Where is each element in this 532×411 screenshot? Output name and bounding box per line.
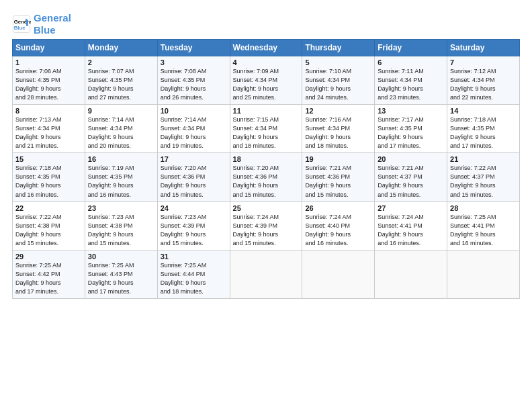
calendar-cell: 23Sunrise: 7:23 AM Sunset: 4:38 PM Dayli… bbox=[85, 201, 157, 250]
day-number: 2 bbox=[88, 58, 154, 66]
calendar-cell bbox=[375, 250, 447, 298]
day-info: Sunrise: 7:20 AM Sunset: 4:36 PM Dayligh… bbox=[233, 164, 300, 199]
day-of-week-header: Tuesday bbox=[157, 40, 230, 56]
calendar-cell: 11Sunrise: 7:15 AM Sunset: 4:34 PM Dayli… bbox=[230, 105, 302, 153]
calendar-cell: 17Sunrise: 7:20 AM Sunset: 4:36 PM Dayli… bbox=[157, 153, 230, 201]
days-header-row: SundayMondayTuesdayWednesdayThursdayFrid… bbox=[13, 40, 520, 56]
day-info: Sunrise: 7:20 AM Sunset: 4:36 PM Dayligh… bbox=[161, 164, 227, 199]
day-info: Sunrise: 7:22 AM Sunset: 4:37 PM Dayligh… bbox=[450, 164, 517, 199]
calendar-cell: 31Sunrise: 7:25 AM Sunset: 4:44 PM Dayli… bbox=[157, 250, 230, 298]
page-header: General Blue General Blue bbox=[12, 12, 520, 36]
day-number: 8 bbox=[15, 107, 82, 115]
calendar-week-row: 8Sunrise: 7:13 AM Sunset: 4:34 PM Daylig… bbox=[13, 105, 520, 153]
day-of-week-header: Sunday bbox=[13, 40, 85, 56]
day-info: Sunrise: 7:09 AM Sunset: 4:34 PM Dayligh… bbox=[233, 67, 300, 102]
calendar-cell: 16Sunrise: 7:19 AM Sunset: 4:35 PM Dayli… bbox=[85, 153, 157, 201]
calendar-cell: 19Sunrise: 7:21 AM Sunset: 4:36 PM Dayli… bbox=[302, 153, 375, 201]
day-number: 29 bbox=[15, 253, 82, 261]
calendar-cell: 30Sunrise: 7:25 AM Sunset: 4:43 PM Dayli… bbox=[85, 250, 157, 298]
day-number: 18 bbox=[233, 155, 300, 163]
calendar-cell: 8Sunrise: 7:13 AM Sunset: 4:34 PM Daylig… bbox=[13, 105, 85, 153]
day-number: 12 bbox=[305, 107, 371, 115]
day-number: 6 bbox=[378, 58, 444, 66]
day-info: Sunrise: 7:24 AM Sunset: 4:40 PM Dayligh… bbox=[305, 213, 371, 248]
calendar-cell: 24Sunrise: 7:23 AM Sunset: 4:39 PM Dayli… bbox=[157, 201, 230, 250]
day-number: 4 bbox=[233, 58, 300, 66]
day-info: Sunrise: 7:10 AM Sunset: 4:34 PM Dayligh… bbox=[305, 67, 371, 102]
day-info: Sunrise: 7:18 AM Sunset: 4:35 PM Dayligh… bbox=[15, 164, 82, 199]
day-number: 14 bbox=[450, 107, 517, 115]
day-of-week-header: Wednesday bbox=[230, 40, 302, 56]
calendar-cell: 5Sunrise: 7:10 AM Sunset: 4:34 PM Daylig… bbox=[302, 56, 375, 105]
day-info: Sunrise: 7:21 AM Sunset: 4:36 PM Dayligh… bbox=[305, 164, 371, 199]
day-info: Sunrise: 7:25 AM Sunset: 4:43 PM Dayligh… bbox=[88, 261, 154, 296]
day-number: 1 bbox=[15, 58, 82, 66]
calendar-cell bbox=[230, 250, 302, 298]
calendar-cell: 29Sunrise: 7:25 AM Sunset: 4:42 PM Dayli… bbox=[13, 250, 85, 298]
calendar-cell: 26Sunrise: 7:24 AM Sunset: 4:40 PM Dayli… bbox=[302, 201, 375, 250]
day-number: 28 bbox=[450, 204, 517, 212]
day-number: 25 bbox=[233, 204, 300, 212]
day-of-week-header: Friday bbox=[375, 40, 447, 56]
day-info: Sunrise: 7:14 AM Sunset: 4:34 PM Dayligh… bbox=[161, 116, 227, 150]
day-info: Sunrise: 7:16 AM Sunset: 4:34 PM Dayligh… bbox=[305, 116, 371, 150]
day-info: Sunrise: 7:07 AM Sunset: 4:35 PM Dayligh… bbox=[88, 67, 154, 102]
day-number: 11 bbox=[233, 107, 300, 115]
day-info: Sunrise: 7:19 AM Sunset: 4:35 PM Dayligh… bbox=[88, 164, 154, 199]
day-info: Sunrise: 7:21 AM Sunset: 4:37 PM Dayligh… bbox=[378, 164, 444, 199]
calendar-week-row: 1Sunrise: 7:06 AM Sunset: 4:35 PM Daylig… bbox=[13, 56, 520, 105]
day-info: Sunrise: 7:11 AM Sunset: 4:34 PM Dayligh… bbox=[378, 67, 444, 102]
svg-text:General: General bbox=[14, 19, 31, 25]
day-number: 13 bbox=[378, 107, 444, 115]
day-of-week-header: Monday bbox=[85, 40, 157, 56]
day-of-week-header: Saturday bbox=[447, 40, 520, 56]
calendar-cell: 22Sunrise: 7:22 AM Sunset: 4:38 PM Dayli… bbox=[13, 201, 85, 250]
day-info: Sunrise: 7:14 AM Sunset: 4:34 PM Dayligh… bbox=[88, 116, 154, 150]
day-number: 20 bbox=[378, 155, 444, 163]
calendar-cell: 13Sunrise: 7:17 AM Sunset: 4:35 PM Dayli… bbox=[375, 105, 447, 153]
calendar-cell: 25Sunrise: 7:24 AM Sunset: 4:39 PM Dayli… bbox=[230, 201, 302, 250]
day-number: 17 bbox=[161, 155, 227, 163]
day-info: Sunrise: 7:08 AM Sunset: 4:35 PM Dayligh… bbox=[161, 67, 227, 102]
calendar-cell: 20Sunrise: 7:21 AM Sunset: 4:37 PM Dayli… bbox=[375, 153, 447, 201]
day-info: Sunrise: 7:24 AM Sunset: 4:41 PM Dayligh… bbox=[378, 213, 444, 248]
calendar-cell: 1Sunrise: 7:06 AM Sunset: 4:35 PM Daylig… bbox=[13, 56, 85, 105]
calendar-cell: 6Sunrise: 7:11 AM Sunset: 4:34 PM Daylig… bbox=[375, 56, 447, 105]
calendar-cell: 28Sunrise: 7:25 AM Sunset: 4:41 PM Dayli… bbox=[447, 201, 520, 250]
day-number: 16 bbox=[88, 155, 154, 163]
calendar-week-row: 22Sunrise: 7:22 AM Sunset: 4:38 PM Dayli… bbox=[13, 201, 520, 250]
day-info: Sunrise: 7:06 AM Sunset: 4:35 PM Dayligh… bbox=[15, 67, 82, 102]
calendar-cell bbox=[447, 250, 520, 298]
calendar-cell: 2Sunrise: 7:07 AM Sunset: 4:35 PM Daylig… bbox=[85, 56, 157, 105]
calendar-cell: 9Sunrise: 7:14 AM Sunset: 4:34 PM Daylig… bbox=[85, 105, 157, 153]
calendar-cell: 3Sunrise: 7:08 AM Sunset: 4:35 PM Daylig… bbox=[157, 56, 230, 105]
day-info: Sunrise: 7:12 AM Sunset: 4:34 PM Dayligh… bbox=[450, 67, 517, 102]
day-info: Sunrise: 7:15 AM Sunset: 4:34 PM Dayligh… bbox=[233, 116, 300, 150]
calendar-cell: 7Sunrise: 7:12 AM Sunset: 4:34 PM Daylig… bbox=[447, 56, 520, 105]
day-info: Sunrise: 7:23 AM Sunset: 4:38 PM Dayligh… bbox=[88, 213, 154, 248]
calendar-cell: 27Sunrise: 7:24 AM Sunset: 4:41 PM Dayli… bbox=[375, 201, 447, 250]
day-number: 3 bbox=[161, 58, 227, 66]
day-of-week-header: Thursday bbox=[302, 40, 375, 56]
svg-text:Blue: Blue bbox=[14, 25, 26, 31]
day-info: Sunrise: 7:22 AM Sunset: 4:38 PM Dayligh… bbox=[15, 213, 82, 248]
day-info: Sunrise: 7:25 AM Sunset: 4:42 PM Dayligh… bbox=[15, 261, 82, 296]
day-info: Sunrise: 7:23 AM Sunset: 4:39 PM Dayligh… bbox=[161, 213, 227, 248]
day-number: 22 bbox=[15, 204, 82, 212]
calendar-cell: 18Sunrise: 7:20 AM Sunset: 4:36 PM Dayli… bbox=[230, 153, 302, 201]
calendar-cell: 15Sunrise: 7:18 AM Sunset: 4:35 PM Dayli… bbox=[13, 153, 85, 201]
day-info: Sunrise: 7:17 AM Sunset: 4:35 PM Dayligh… bbox=[378, 116, 444, 150]
day-number: 19 bbox=[305, 155, 371, 163]
calendar-week-row: 29Sunrise: 7:25 AM Sunset: 4:42 PM Dayli… bbox=[13, 250, 520, 298]
day-number: 23 bbox=[88, 204, 154, 212]
logo-text-blue: Blue bbox=[34, 24, 71, 36]
calendar-cell: 4Sunrise: 7:09 AM Sunset: 4:34 PM Daylig… bbox=[230, 56, 302, 105]
day-number: 30 bbox=[88, 253, 154, 261]
day-number: 27 bbox=[378, 204, 444, 212]
day-number: 26 bbox=[305, 204, 371, 212]
calendar-cell bbox=[302, 250, 375, 298]
day-info: Sunrise: 7:25 AM Sunset: 4:44 PM Dayligh… bbox=[161, 261, 227, 296]
calendar-cell: 12Sunrise: 7:16 AM Sunset: 4:34 PM Dayli… bbox=[302, 105, 375, 153]
day-number: 24 bbox=[161, 204, 227, 212]
calendar-cell: 14Sunrise: 7:18 AM Sunset: 4:35 PM Dayli… bbox=[447, 105, 520, 153]
